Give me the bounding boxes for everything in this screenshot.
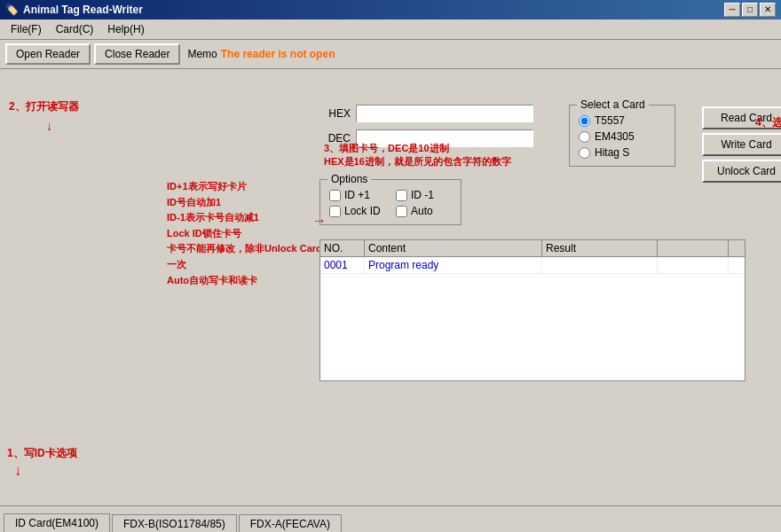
checkbox-auto-label: Auto	[411, 205, 433, 217]
annotation-2: 2、打开读写器	[9, 99, 79, 114]
annotation-bottom-text: 1、写ID卡选项	[7, 446, 77, 461]
annotation-bottom: 1、写ID卡选项 ↓	[7, 446, 77, 479]
checkbox-lock-id[interactable]: Lock ID	[329, 205, 385, 217]
checkbox-id-minus1[interactable]: ID -1	[396, 189, 452, 201]
annot-left-2: ID-1表示卡号自动减1	[167, 210, 322, 226]
radio-hitag-label: Hitag S	[595, 146, 629, 159]
minimize-button[interactable]: ─	[724, 3, 740, 17]
annotation-4-text: 4、选择卡片芯片	[755, 116, 781, 129]
window-controls: ─ □ ✕	[724, 3, 776, 17]
menu-help[interactable]: Help(H)	[100, 21, 151, 37]
table-header: NO. Content Result	[320, 240, 745, 257]
checkbox-id-plus1-input[interactable]	[329, 190, 341, 201]
menu-card[interactable]: Card(C)	[49, 21, 101, 37]
annotation-left: ID+1表示写好卡片 ID号自动加1 ID-1表示卡号自动减1 Lock ID锁…	[167, 179, 322, 288]
radio-t5557[interactable]: T5557	[579, 114, 666, 127]
annotation-bottom-arrow: ↓	[14, 463, 77, 479]
close-button[interactable]: ✕	[760, 3, 776, 17]
options-title: Options	[327, 173, 371, 185]
radio-hitag-input[interactable]	[579, 147, 590, 159]
radio-em4305[interactable]: EM4305	[579, 130, 666, 143]
checkbox-lock-id-label: Lock ID	[344, 205, 381, 217]
annotation-3-line1: 3、填图卡号，DEC是10进制	[324, 142, 511, 155]
menu-file[interactable]: File(F)	[4, 21, 49, 37]
cell-result	[542, 257, 658, 273]
write-card-button[interactable]: Write Card	[702, 133, 781, 156]
hex-row: HEX	[320, 105, 533, 122]
toolbar: Open Reader Close Reader Memo The reader…	[0, 40, 781, 69]
select-card-group: Select a Card T5557 EM4305 Hitag S	[569, 105, 675, 167]
col-header-no: NO.	[320, 240, 365, 256]
annot-left-5: Auto自动写卡和读卡	[167, 273, 322, 289]
annotation-4: 4、选择卡片芯片 ←	[755, 113, 781, 130]
card-radio-group: T5557 EM4305 Hitag S	[579, 114, 666, 159]
title-bar: 🏷️ Animal Tag Read-Writer ─ □ ✕	[0, 0, 781, 20]
annot-left-1: ID号自动加1	[167, 195, 322, 211]
annot-left-0: ID+1表示写好卡片	[167, 179, 322, 195]
bottom-tabs: ID Card(EM4100) FDX-B(ISO11784/85) FDX-A…	[0, 505, 781, 532]
options-group: Options ID +1 ID -1 Lock ID Auto	[320, 179, 462, 225]
hex-label: HEX	[320, 107, 351, 120]
options-section: ID+1表示写好卡片 ID号自动加1 ID-1表示卡号自动减1 Lock ID锁…	[160, 179, 781, 225]
cell-extra	[658, 257, 729, 273]
checkbox-id-minus1-label: ID -1	[411, 189, 434, 201]
annotation-3-line2: HEX是16进制，就是所见的包含字符的数字	[324, 155, 511, 168]
annotation-3: 3、填图卡号，DEC是10进制 HEX是16进制，就是所见的包含字符的数字	[324, 142, 511, 169]
radio-em4305-input[interactable]	[579, 131, 590, 143]
checkbox-id-minus1-input[interactable]	[396, 190, 407, 201]
annotation-2-text: 2、打开读写器	[9, 100, 79, 113]
col-header-content: Content	[365, 240, 542, 256]
tab-fdx-a[interactable]: FDX-A(FECAVA)	[239, 514, 342, 532]
cell-content: Program ready	[365, 257, 542, 273]
options-checkboxes: ID +1 ID -1 Lock ID Auto	[329, 189, 452, 217]
checkbox-auto[interactable]: Auto	[396, 205, 452, 217]
checkbox-id-plus1[interactable]: ID +1	[329, 189, 385, 201]
cell-no: 0001	[320, 257, 365, 273]
col-header-extra	[658, 240, 729, 256]
checkbox-auto-input[interactable]	[396, 206, 407, 217]
memo-label: Memo	[187, 48, 217, 60]
hex-input[interactable]	[356, 105, 533, 122]
radio-em4305-label: EM4305	[595, 130, 635, 143]
tab-id-card[interactable]: ID Card(EM4100)	[4, 513, 110, 532]
annot-left-4: 卡号不能再修改，除非Unlock Card一次	[167, 241, 322, 272]
checkbox-lock-id-input[interactable]	[329, 206, 341, 217]
open-reader-button[interactable]: Open Reader	[5, 43, 91, 65]
radio-t5557-label: T5557	[595, 114, 625, 127]
tab-fdx-b[interactable]: FDX-B(ISO11784/85)	[112, 514, 237, 532]
main-content: 2、打开读写器 ↓ HEX DEC 3、填图卡号，DEC是10进制 HEX是16…	[0, 69, 781, 509]
annotation-2-arrow: ↓	[46, 119, 52, 133]
radio-t5557-input[interactable]	[579, 115, 590, 127]
app-icon: 🏷️	[5, 4, 19, 16]
radio-hitag[interactable]: Hitag S	[579, 146, 666, 159]
restore-button[interactable]: □	[742, 3, 758, 17]
annot-left-3: Lock ID锁住卡号	[167, 226, 322, 242]
window-title: Animal Tag Read-Writer	[23, 4, 143, 16]
status-text: The reader is not open	[221, 48, 776, 60]
select-card-title: Select a Card	[577, 98, 649, 111]
col-header-result: Result	[542, 240, 658, 256]
results-table: NO. Content Result 0001 Program ready	[320, 239, 746, 381]
table-row: 0001 Program ready	[320, 257, 745, 274]
checkbox-id-plus1-label: ID +1	[344, 189, 370, 201]
menu-bar: File(F) Card(C) Help(H)	[0, 20, 781, 40]
close-reader-button[interactable]: Close Reader	[94, 43, 180, 65]
